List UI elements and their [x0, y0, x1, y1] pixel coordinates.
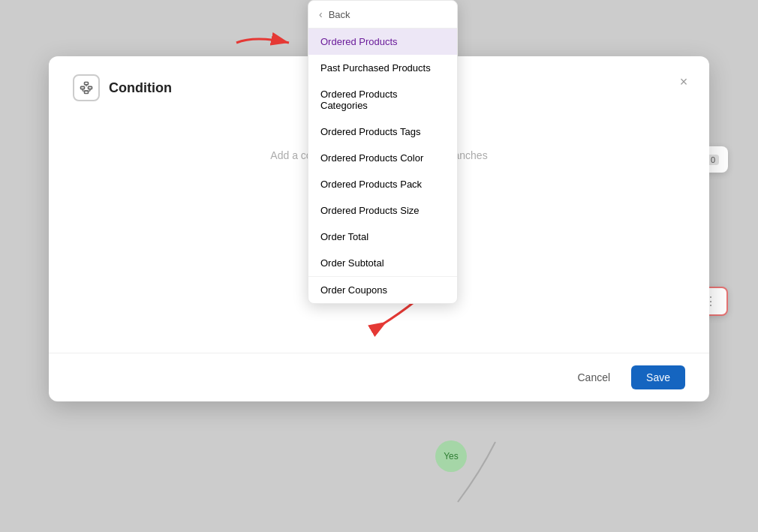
dropdown-item-color[interactable]: Ordered Products Color — [308, 145, 457, 171]
dropdown-item-pack[interactable]: Ordered Products Pack — [308, 171, 457, 197]
size-label: Ordered Products Size — [320, 205, 420, 216]
modal-icon — [73, 74, 100, 101]
color-label: Ordered Products Color — [320, 152, 423, 164]
dropdown-item-categories[interactable]: Ordered Products Categories — [308, 81, 457, 119]
dropdown-item-past-purchased[interactable]: Past Purchased Products — [308, 55, 457, 81]
cancel-button[interactable]: Cancel — [565, 365, 622, 389]
modal-title: Condition — [109, 80, 172, 96]
dropdown-item-order-coupons[interactable]: Order Coupons — [308, 276, 457, 303]
dropdown-menu: ‹ Back Ordered Products Past Purchased P… — [308, 0, 458, 304]
dropdown-back-item[interactable]: ‹ Back — [308, 1, 457, 29]
order-total-label: Order Total — [320, 231, 368, 242]
svg-rect-2 — [89, 86, 92, 89]
modal-close-button[interactable]: × — [673, 71, 694, 92]
order-subtotal-label: Order Subtotal — [320, 257, 384, 269]
dropdown-item-order-total[interactable]: Order Total — [308, 224, 457, 250]
ordered-products-label: Ordered Products — [320, 36, 398, 47]
svg-rect-1 — [81, 86, 85, 89]
tags-label: Ordered Products Tags — [320, 126, 420, 137]
back-chevron-icon: ‹ — [319, 8, 323, 20]
svg-rect-0 — [85, 83, 89, 85]
save-button[interactable]: Save — [631, 365, 685, 389]
past-purchased-label: Past Purchased Products — [320, 62, 431, 74]
categories-label: Ordered Products Categories — [320, 89, 445, 111]
dropdown-item-order-subtotal[interactable]: Order Subtotal — [308, 250, 457, 276]
dropdown-item-ordered-products[interactable]: Ordered Products — [308, 29, 457, 55]
pack-label: Ordered Products Pack — [320, 179, 422, 190]
back-label: Back — [329, 9, 350, 20]
modal-footer: Cancel Save — [49, 353, 709, 401]
dropdown-item-tags[interactable]: Ordered Products Tags — [308, 119, 457, 145]
order-coupons-label: Order Coupons — [320, 284, 387, 296]
dropdown-item-size[interactable]: Ordered Products Size — [308, 197, 457, 224]
